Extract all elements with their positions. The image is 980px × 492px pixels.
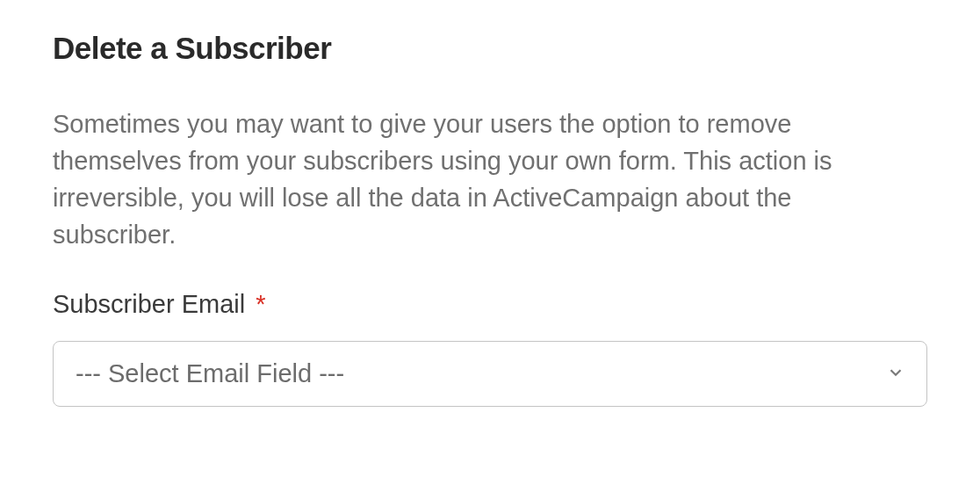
subscriber-email-select[interactable]: --- Select Email Field --- — [53, 341, 927, 407]
field-label: Subscriber Email — [53, 290, 245, 318]
select-placeholder-text: --- Select Email Field --- — [76, 359, 344, 388]
page-heading: Delete a Subscriber — [53, 31, 927, 66]
required-asterisk: * — [256, 290, 265, 318]
subscriber-email-select-wrapper: --- Select Email Field --- — [53, 341, 927, 407]
page-description: Sometimes you may want to give your user… — [53, 105, 913, 253]
field-label-row: Subscriber Email * — [53, 290, 927, 319]
